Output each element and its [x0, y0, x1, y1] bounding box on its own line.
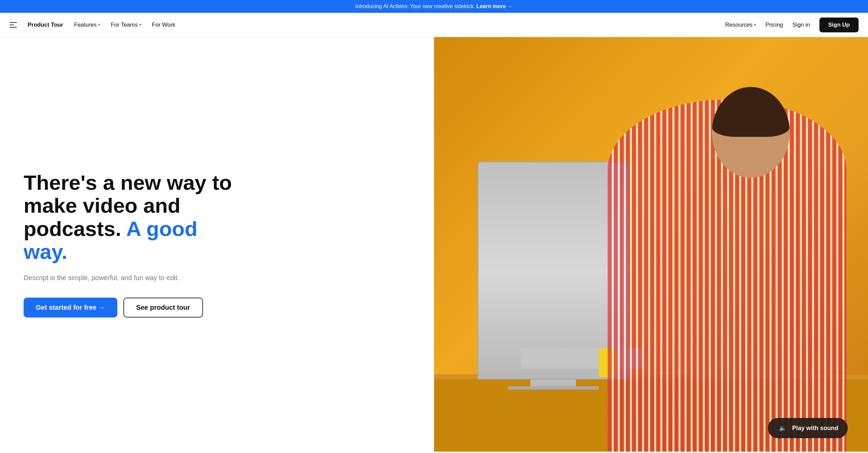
features-chevron-icon: ▾: [98, 23, 100, 27]
hero-left-content: There's a new way to make video and podc…: [0, 37, 434, 452]
get-started-button[interactable]: Get started for free →: [24, 298, 117, 318]
monitor-screen: [478, 161, 629, 380]
person-hair: [712, 87, 790, 137]
nav-pricing[interactable]: Pricing: [765, 22, 783, 28]
nav-left: Product Tour Features ▾ For Teams ▾ For …: [9, 22, 175, 28]
nav-sign-in[interactable]: Sign in: [792, 22, 810, 28]
person-head: [712, 87, 790, 178]
nav-for-teams[interactable]: For Teams ▾: [111, 22, 141, 28]
hamburger-menu-icon[interactable]: [9, 22, 17, 28]
sound-icon: 🔈: [777, 423, 788, 433]
resources-chevron-icon: ▾: [754, 23, 756, 27]
hero-right-media: 🔈 Play with sound: [434, 37, 868, 452]
hero-heading: There's a new way to make video and podc…: [24, 171, 414, 263]
nav-product-tour[interactable]: Product Tour: [28, 22, 63, 28]
hero-heading-line2: make video and: [24, 194, 180, 217]
nav-right: Resources ▾ Pricing Sign in Sign Up: [725, 18, 859, 32]
hero-actions: Get started for free → See product tour: [24, 298, 414, 318]
nav-features[interactable]: Features ▾: [74, 22, 100, 28]
hero-image-area: 🔈 Play with sound: [434, 37, 868, 452]
hero-subtext: Descript is the simple, powerful, and fu…: [24, 273, 199, 283]
banner-text: Introducing AI Actions: Your new creativ…: [355, 3, 475, 9]
announcement-banner: Introducing AI Actions: Your new creativ…: [0, 0, 868, 13]
play-with-sound-button[interactable]: 🔈 Play with sound: [768, 418, 848, 438]
hero-heading-line3-accent: A good: [121, 217, 197, 240]
banner-link[interactable]: Learn more →: [476, 3, 513, 9]
hero-heading-line3-plain: podcasts.: [24, 217, 121, 240]
navbar: Product Tour Features ▾ For Teams ▾ For …: [0, 13, 868, 37]
for-teams-chevron-icon: ▾: [139, 23, 141, 27]
monitor-base: [508, 386, 599, 390]
hero-heading-line1: There's a new way to: [24, 171, 232, 194]
monitor-stand: [530, 380, 576, 386]
nav-for-work[interactable]: For Work: [152, 22, 176, 28]
play-sound-label: Play with sound: [792, 425, 838, 432]
nav-resources[interactable]: Resources ▾: [725, 22, 756, 28]
nav-sign-up-button[interactable]: Sign Up: [819, 18, 859, 32]
see-product-tour-button[interactable]: See product tour: [123, 298, 203, 318]
hero-heading-line4-accent: way.: [24, 240, 67, 263]
hero-section: There's a new way to make video and podc…: [0, 37, 868, 452]
